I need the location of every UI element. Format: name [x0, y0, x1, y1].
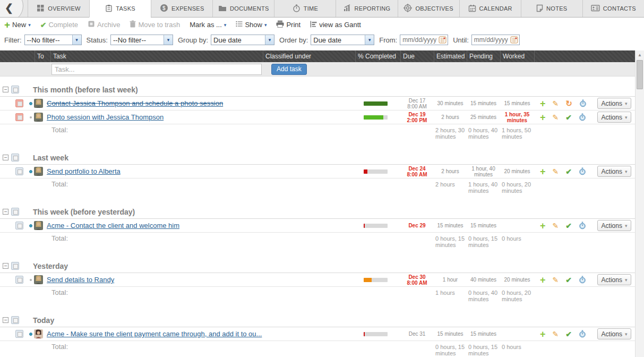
column-header-worked[interactable]: Worked	[500, 50, 534, 62]
complete-icon[interactable]: ✔	[565, 330, 572, 338]
total-pending: 0 hours, 40 minutes	[467, 127, 500, 144]
add-icon[interactable]: +	[540, 100, 546, 107]
add-icon[interactable]: +	[540, 331, 546, 337]
calendar-picker-icon[interactable]	[439, 36, 446, 44]
edit-icon[interactable]: ✎	[553, 276, 559, 284]
move-to-trash-button[interactable]: Move to trash	[130, 20, 180, 29]
actions-button[interactable]: Actions▾	[597, 220, 631, 231]
calendar-picker-icon[interactable]	[510, 36, 518, 44]
complete-button[interactable]: ✔ Complete	[40, 21, 78, 29]
task-checkbox[interactable]	[15, 330, 23, 338]
group-checkbox[interactable]	[11, 154, 19, 162]
actions-button[interactable]: Actions▾	[597, 166, 631, 177]
status-select[interactable]: --No filter-- ▾	[110, 35, 173, 45]
actions-button[interactable]: Actions▾	[597, 328, 631, 339]
timer-icon[interactable]	[579, 167, 586, 175]
collapse-group-icon[interactable]: –	[3, 155, 8, 160]
tab-overview[interactable]: OVERVIEW	[28, 0, 89, 17]
column-header-to[interactable]: To	[35, 50, 50, 62]
tab-contacts[interactable]: CONTACTS	[582, 0, 644, 17]
tab-notes[interactable]: NOTES	[521, 0, 582, 17]
task-title-link[interactable]: Acme - Contact the client and welcome hi…	[47, 222, 179, 230]
group-checkbox[interactable]	[11, 86, 19, 94]
tab-reporting[interactable]: REPORTING	[336, 0, 397, 17]
column-header-classified-under[interactable]: Classified under	[263, 50, 355, 62]
estimated-cell: 2 hours	[434, 168, 467, 174]
column-header-due[interactable]: Due	[400, 50, 434, 62]
actions-button[interactable]: Actions▾	[597, 274, 631, 285]
tab-expenses[interactable]: $ EXPENSES	[151, 0, 212, 17]
task-title-link[interactable]: Send details to Randy	[47, 276, 114, 284]
new-task-input[interactable]	[51, 64, 262, 75]
order-by-select[interactable]: Due date ▾	[311, 35, 374, 45]
edit-icon[interactable]: ✎	[553, 222, 559, 230]
column-header-percent-completed[interactable]: % Completed	[355, 50, 400, 62]
show-button[interactable]: Show ▾	[236, 21, 267, 29]
from-label: From:	[379, 36, 397, 44]
vertical-scrollbar[interactable]: ▲	[635, 50, 644, 357]
scrollbar-thumb[interactable]	[637, 60, 643, 89]
actions-button[interactable]: Actions▾	[597, 98, 631, 109]
tab-tasks[interactable]: TASKS	[89, 0, 151, 18]
task-checkbox[interactable]	[15, 167, 23, 175]
timer-icon[interactable]	[579, 276, 586, 284]
tab-calendar[interactable]: CALENDAR	[459, 0, 521, 17]
timer-icon[interactable]	[579, 99, 587, 107]
timer-icon[interactable]	[579, 222, 586, 230]
add-icon[interactable]: +	[540, 223, 546, 229]
actions-button[interactable]: Actions▾	[597, 112, 631, 123]
task-checkbox[interactable]	[15, 99, 23, 107]
collapse-group-icon[interactable]: –	[3, 87, 8, 92]
complete-icon[interactable]: ✔	[565, 167, 572, 176]
view-as-gantt-button[interactable]: view as Gantt	[310, 21, 361, 29]
task-checkbox[interactable]	[15, 276, 23, 284]
collapse-group-icon[interactable]: –	[3, 209, 8, 215]
timer-icon[interactable]	[579, 113, 586, 121]
reopen-icon[interactable]: ↻	[565, 99, 572, 108]
complete-icon[interactable]: ✔	[565, 222, 572, 230]
caret-down-icon: ▾	[265, 35, 274, 45]
group-total-row: Total: 2 hours 1 hours, 40 minutes 0 hou…	[0, 178, 635, 199]
task-checkbox[interactable]	[15, 113, 23, 121]
tab-time[interactable]: TIME	[274, 0, 336, 17]
collapse-group-icon[interactable]: –	[3, 263, 8, 269]
task-title-link[interactable]: Acme - Make sure the client payment came…	[47, 330, 262, 338]
new-button[interactable]: + New ▾	[4, 21, 31, 29]
edit-icon[interactable]: ✎	[553, 99, 559, 108]
estimated-cell: 15 minutes	[434, 223, 467, 228]
column-header-task[interactable]: Task	[50, 50, 263, 62]
group-checkbox[interactable]	[11, 208, 19, 216]
add-task-button[interactable]: Add task	[271, 64, 307, 75]
group-checkbox[interactable]	[11, 262, 19, 270]
tab-objectives[interactable]: OBJECTIVES	[398, 0, 459, 17]
task-title-link[interactable]: Send portfolio to Alberta	[47, 167, 121, 175]
task-title-link[interactable]: Photo session with Jessica Thompson	[47, 113, 164, 121]
archive-icon	[88, 20, 95, 29]
filter-select[interactable]: --No filter-- ▾	[24, 35, 82, 45]
task-checkbox[interactable]	[15, 222, 23, 230]
edit-icon[interactable]: ✎	[553, 113, 559, 122]
task-title-link[interactable]: Contact Jessica Thompson and schedule a …	[47, 99, 223, 107]
complete-icon[interactable]: ✔	[565, 276, 572, 284]
add-icon[interactable]: +	[540, 114, 546, 121]
column-header-estimated[interactable]: Estimated	[434, 50, 467, 62]
task-row: Acme - Make sure the client payment came…	[0, 327, 635, 341]
add-icon[interactable]: +	[540, 168, 546, 175]
edit-icon[interactable]: ✎	[553, 167, 559, 176]
print-button[interactable]: Print	[276, 20, 300, 29]
mark-as-button[interactable]: Mark as ... ▾	[190, 21, 226, 29]
timer-icon[interactable]	[579, 330, 586, 338]
back-button[interactable]: ❮	[0, 0, 28, 17]
edit-icon[interactable]: ✎	[553, 330, 559, 338]
tab-documents[interactable]: DOCUMENTS	[212, 0, 274, 17]
group-by-select[interactable]: Due date ▾	[211, 35, 274, 45]
scroll-up-icon[interactable]: ▲	[636, 50, 644, 59]
until-date-input[interactable]	[472, 36, 510, 44]
group-checkbox[interactable]	[11, 316, 19, 324]
archive-button[interactable]: Archive	[88, 20, 120, 29]
from-date-input[interactable]	[400, 36, 439, 44]
column-header-pending[interactable]: Pending	[467, 50, 500, 62]
add-icon[interactable]: +	[540, 277, 546, 283]
collapse-group-icon[interactable]: –	[3, 317, 8, 323]
complete-icon[interactable]: ✔	[565, 113, 572, 122]
